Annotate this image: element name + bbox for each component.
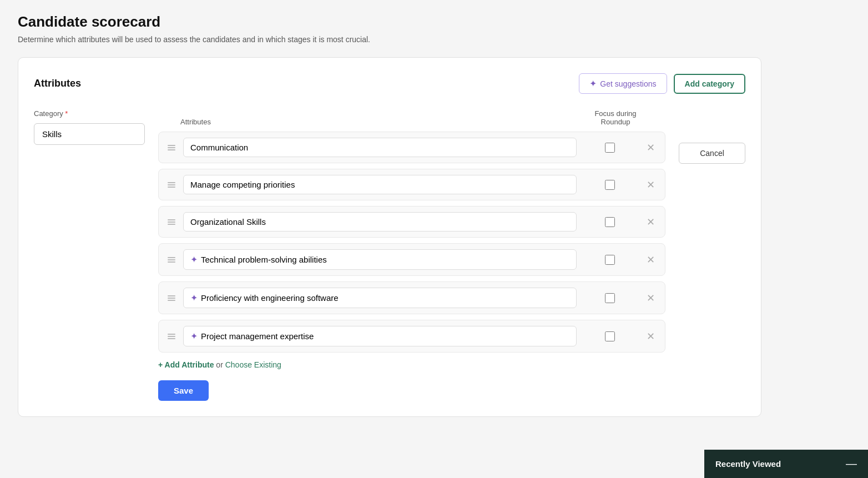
attribute-input-wrap <box>183 212 577 232</box>
sparkle-icon: ✦ <box>589 78 597 89</box>
page-subtitle: Determine which attributes will be used … <box>18 35 850 44</box>
drag-handle[interactable] <box>165 294 178 302</box>
recently-viewed-label: Recently Viewed <box>715 459 781 469</box>
focus-checkbox[interactable] <box>605 293 615 303</box>
attributes-column-label: Attributes <box>180 118 588 126</box>
recently-viewed-bar[interactable]: Recently Viewed — <box>704 450 868 478</box>
table-row: ✦✕ <box>158 243 665 276</box>
choose-existing-link[interactable]: Choose Existing <box>225 360 281 369</box>
table-row: ✕ <box>158 169 665 200</box>
attribute-input[interactable] <box>201 255 569 264</box>
header-actions: ✦ Get suggestions Add category <box>579 73 745 94</box>
attribute-input[interactable] <box>201 331 569 341</box>
attributes-header: Attributes Focus during Roundup <box>158 109 665 126</box>
attribute-input-wrap: ✦ <box>183 326 577 346</box>
focus-checkbox[interactable] <box>605 180 615 190</box>
page-title: Candidate scorecard <box>18 13 850 31</box>
cancel-button[interactable]: Cancel <box>679 143 745 164</box>
attribute-input[interactable] <box>183 212 577 232</box>
focus-checkbox[interactable] <box>605 143 615 153</box>
remove-attribute-button[interactable]: ✕ <box>643 254 658 266</box>
attribute-input-wrap <box>183 138 577 157</box>
save-button[interactable]: Save <box>158 380 209 401</box>
ai-attribute-field: ✦ <box>183 249 577 270</box>
drag-handle[interactable] <box>165 181 178 189</box>
attribute-input-wrap <box>183 175 577 194</box>
drag-handle[interactable] <box>165 333 178 340</box>
attributes-column: Attributes Focus during Roundup ✕✕✕✦✕✦✕✦… <box>158 109 665 401</box>
ai-sparkle-icon: ✦ <box>190 331 198 341</box>
remove-attribute-button[interactable]: ✕ <box>643 179 658 191</box>
drag-handle[interactable] <box>165 218 178 226</box>
attribute-input-wrap: ✦ <box>183 288 577 308</box>
remove-attribute-button[interactable]: ✕ <box>643 330 658 343</box>
drag-handle[interactable] <box>165 256 178 264</box>
card-title: Attributes <box>34 78 81 89</box>
attribute-input[interactable] <box>183 138 577 157</box>
remove-attribute-button[interactable]: ✕ <box>643 216 658 228</box>
card-header: Attributes ✦ Get suggestions Add categor… <box>34 73 745 94</box>
attribute-input[interactable] <box>201 293 569 303</box>
attribute-input[interactable] <box>183 175 577 194</box>
or-text: or <box>216 360 225 369</box>
required-star: * <box>63 109 68 118</box>
table-row: ✕ <box>158 206 665 238</box>
category-column: Category * <box>34 109 145 401</box>
focus-checkbox[interactable] <box>605 217 615 227</box>
ai-sparkle-icon: ✦ <box>190 254 198 265</box>
ai-attribute-field: ✦ <box>183 326 577 346</box>
add-category-button[interactable]: Add category <box>674 74 745 94</box>
table-row: ✦✕ <box>158 281 665 314</box>
cancel-column: Cancel <box>679 109 745 401</box>
ai-sparkle-icon: ✦ <box>190 293 198 303</box>
drag-handle[interactable] <box>165 144 178 152</box>
table-row: ✕ <box>158 132 665 163</box>
minimize-icon[interactable]: — <box>846 457 857 470</box>
attributes-list: ✕✕✕✦✕✦✕✦✕ <box>158 132 665 353</box>
attribute-input-wrap: ✦ <box>183 249 577 270</box>
add-attribute-row: + Add Attribute or Choose Existing <box>158 360 665 369</box>
columns-layout: Category * Attributes Focus during Round… <box>34 109 745 401</box>
focus-checkbox[interactable] <box>605 331 615 341</box>
category-input[interactable] <box>34 123 145 145</box>
scorecard-card: Attributes ✦ Get suggestions Add categor… <box>18 57 761 417</box>
focus-column-label: Focus during Roundup <box>588 109 643 126</box>
table-row: ✦✕ <box>158 320 665 353</box>
category-label: Category * <box>34 109 145 118</box>
ai-attribute-field: ✦ <box>183 288 577 308</box>
focus-checkbox[interactable] <box>605 255 615 265</box>
get-suggestions-label: Get suggestions <box>600 79 656 88</box>
get-suggestions-button[interactable]: ✦ Get suggestions <box>579 73 667 94</box>
remove-attribute-button[interactable]: ✕ <box>643 142 658 154</box>
add-attribute-link[interactable]: + Add Attribute <box>158 360 214 369</box>
remove-attribute-button[interactable]: ✕ <box>643 292 658 304</box>
